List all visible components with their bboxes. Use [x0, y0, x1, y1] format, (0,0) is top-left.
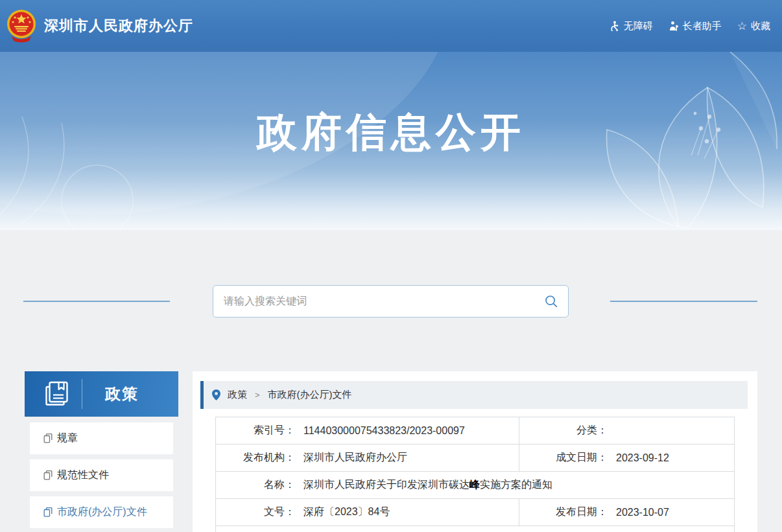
breadcrumb-separator: >: [255, 390, 260, 400]
sidebar-item-normative-documents[interactable]: 规范性文件: [30, 459, 173, 491]
index-number-label: 索引号：: [216, 424, 295, 437]
star-icon: ☆: [737, 21, 747, 32]
issuer-cell: 发布机构： 深圳市人民政府办公厅: [216, 445, 519, 471]
elder-assist-icon: [669, 21, 679, 31]
topbar: 深圳市人民政府办公厅 无障碍 长者助手: [0, 0, 782, 52]
document-name-after: 实施方案的通知: [480, 479, 552, 490]
site-brand[interactable]: 深圳市人民政府办公厅: [6, 9, 193, 43]
topbar-links: 无障碍 长者助手 ☆ 收藏: [610, 0, 770, 52]
index-number-value: 114403000075433823/2023-00097: [303, 425, 465, 437]
written-date-cell: 成文日期： 2023-09-12: [519, 445, 734, 471]
national-emblem-icon: [6, 9, 36, 43]
category-label: 分类：: [519, 424, 608, 437]
sidebar-menu: 规章 规范性文件 市政府(办公厅)文件: [25, 417, 178, 528]
document-icon: [43, 434, 53, 443]
written-date-value: 2023-09-12: [616, 452, 669, 464]
document-name-before: 深圳市人民政府关于印发深圳市碳达: [303, 479, 469, 490]
accessibility-icon: [610, 21, 620, 31]
written-date-label: 成文日期：: [519, 451, 608, 465]
table-row-index-category: 索引号： 114403000075433823/2023-00097 分类：: [216, 417, 734, 445]
sidebar-item-label: 规章: [57, 432, 78, 445]
policy-book-icon: [44, 380, 70, 408]
search-button[interactable]: [534, 286, 568, 317]
breadcrumb-current-link[interactable]: 市政府(办公厅)文件: [268, 389, 352, 401]
table-row-issuer-date: 发布机构： 深圳市人民政府办公厅 成文日期： 2023-09-12: [216, 445, 734, 472]
search-input[interactable]: [213, 286, 534, 317]
document-name-cell: 名称： 深圳市人民政府关于印发深圳市碳达峰实施方案的通知: [216, 472, 734, 498]
accessibility-label: 无障碍: [624, 20, 653, 32]
search-box: [213, 285, 569, 318]
right-decorative-line: [610, 301, 757, 302]
doc-number-label: 文号：: [216, 505, 295, 519]
index-number-cell: 索引号： 114403000075433823/2023-00097: [216, 417, 519, 444]
sidebar-header: 政策: [25, 371, 178, 417]
favorite-label: 收藏: [751, 20, 770, 32]
publish-date-cell: 发布日期： 2023-10-07: [519, 499, 734, 526]
publish-date-label: 发布日期：: [519, 505, 608, 519]
table-row-name: 名称： 深圳市人民政府关于印发深圳市碳达峰实施方案的通知: [216, 472, 734, 499]
breadcrumb-policy-link[interactable]: 政策: [228, 389, 247, 401]
publish-date-value: 2023-10-07: [616, 507, 669, 518]
sidebar-item-regulations[interactable]: 规章: [30, 422, 173, 454]
elder-assist-link[interactable]: 长者助手: [669, 20, 722, 32]
doc-number-cell: 文号： 深府〔2023〕84号: [216, 499, 519, 526]
elder-assist-label: 长者助手: [683, 20, 722, 32]
issuer-value: 深圳市人民政府办公厅: [303, 451, 407, 465]
accessibility-link[interactable]: 无障碍: [610, 20, 653, 32]
issuer-label: 发布机构：: [216, 451, 295, 465]
doc-number-value: 深府〔2023〕84号: [303, 505, 390, 519]
breadcrumb: 政策 > 市政府(办公厅)文件: [200, 381, 748, 409]
location-pin-icon: [212, 389, 220, 400]
main-panel: 政策 > 市政府(办公厅)文件 索引号： 114403000075433823/…: [193, 371, 757, 532]
document-info-table: 索引号： 114403000075433823/2023-00097 分类： 发…: [215, 417, 735, 532]
document-icon: [43, 470, 53, 480]
page: 深圳市人民政府办公厅 无障碍 长者助手: [0, 0, 782, 532]
document-icon: [43, 507, 53, 517]
search-icon: [545, 295, 558, 308]
sidebar: 政策 规章 规范性文件: [25, 371, 178, 532]
sidebar-header-divider: [82, 379, 82, 409]
document-name-value: 深圳市人民政府关于印发深圳市碳达峰实施方案的通知: [303, 478, 552, 492]
sidebar-title: 政策: [105, 384, 139, 404]
sidebar-item-municipal-government-documents[interactable]: 市政府(办公厅)文件: [30, 496, 173, 528]
sidebar-item-label: 规范性文件: [57, 468, 109, 482]
page-title: 政府信息公开: [0, 105, 782, 159]
site-title: 深圳市人民政府办公厅: [44, 16, 193, 36]
partial-cell: [216, 526, 734, 532]
left-decorative-line: [23, 301, 170, 302]
favorite-link[interactable]: ☆ 收藏: [737, 20, 770, 32]
banner: 政府信息公开: [0, 52, 782, 230]
table-row-number-publish-date: 文号： 深府〔2023〕84号 发布日期： 2023-10-07: [216, 499, 734, 526]
category-cell: 分类：: [519, 417, 734, 444]
sidebar-item-label: 市政府(办公厅)文件: [57, 505, 147, 519]
document-name-highlight: 峰: [469, 479, 480, 490]
table-row-partial: [216, 526, 734, 532]
document-name-label: 名称：: [216, 478, 295, 492]
